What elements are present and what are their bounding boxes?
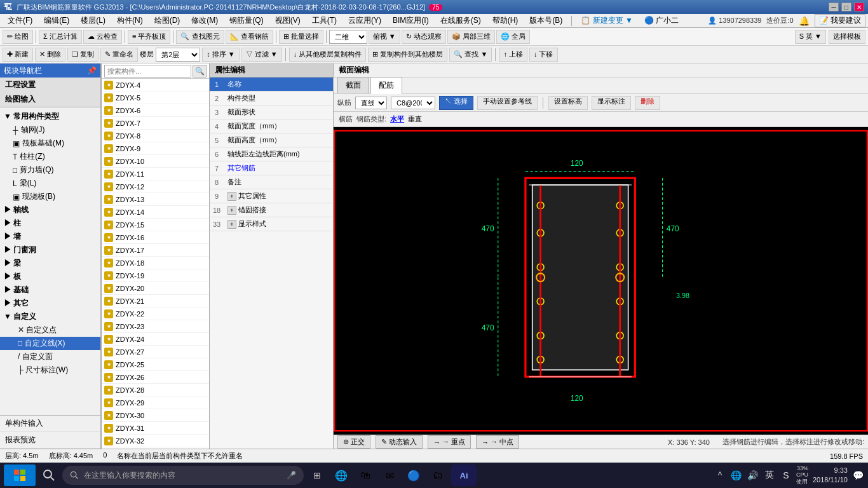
tray-volume[interactable]: 🔊: [747, 469, 759, 482]
taskbar-icon-browser[interactable]: 🌐: [330, 464, 352, 486]
menu-view[interactable]: 视图(V): [270, 14, 306, 27]
btn-down[interactable]: ↓ 下移: [529, 48, 558, 62]
expand-anchor[interactable]: +: [227, 206, 236, 215]
nav-slab[interactable]: ▣ 现浇板(B): [0, 190, 100, 203]
comp-item[interactable]: ★ZDYX-10: [102, 155, 209, 168]
taskbar-search-bar[interactable]: 在这里输入你要搜索的内容 🎤: [62, 466, 304, 485]
hbar-plain[interactable]: 垂直: [408, 114, 422, 124]
menu-edit[interactable]: 编辑(E): [39, 14, 74, 27]
btn-select[interactable]: ↖ 选择: [439, 96, 473, 110]
btn-filter[interactable]: ▽ 过滤 ▼: [241, 48, 282, 62]
vert-spec-select[interactable]: C8@200: [391, 97, 435, 109]
comp-item[interactable]: ★ZDYX-27: [102, 346, 209, 358]
menu-suggest[interactable]: 📝 我要建议: [815, 14, 865, 27]
prop-other-label[interactable]: + 其它属性: [224, 189, 333, 203]
tab-section[interactable]: 截面: [337, 77, 369, 93]
tray-lang[interactable]: 英: [763, 469, 776, 482]
btn-find[interactable]: 🔍 查找 ▼: [449, 48, 492, 62]
prop-anchor-label[interactable]: + 锚固搭接: [224, 203, 333, 217]
btn-cloudcheck[interactable]: ☁ 云检查: [83, 30, 122, 44]
prop-row-shape[interactable]: 3 截面形状: [210, 105, 333, 119]
btn-ortho[interactable]: ⊕ 正交: [337, 435, 370, 449]
start-button[interactable]: [4, 464, 36, 486]
nav-custom-line[interactable]: □ 自定义线(X): [0, 337, 100, 350]
comp-item[interactable]: ★ZDYX-14: [102, 206, 209, 219]
menu-rebar[interactable]: 钢筋量(Q): [224, 14, 268, 27]
taskbar-search-icon[interactable]: [38, 464, 60, 486]
taskbar-icon-mail[interactable]: ✉: [379, 464, 400, 486]
menu-cloud[interactable]: 云应用(Y): [343, 14, 386, 27]
minimize-button[interactable]: ─: [829, 3, 839, 11]
btn-rename[interactable]: ✎ 重命名: [100, 48, 138, 62]
nav-column[interactable]: T 柱柱(Z): [0, 150, 100, 163]
clock[interactable]: 9:33 2018/11/10: [813, 466, 848, 485]
prop-row-other[interactable]: 9 + 其它属性: [210, 189, 333, 203]
comp-item[interactable]: ★ZDYX-13: [102, 193, 209, 206]
prop-row-axisdist[interactable]: 6 轴线距左边线距离(mm): [210, 147, 333, 161]
nav-wall[interactable]: ▶ 墙: [0, 230, 100, 243]
floor-select[interactable]: 第2层 第1层 第3层: [156, 48, 200, 62]
prop-height-label[interactable]: 截面高度（mm）: [224, 133, 333, 147]
nav-foundation[interactable]: ▶ 基础: [0, 283, 100, 297]
btn-aligntop[interactable]: ≡ 平齐板顶: [128, 30, 170, 44]
taskbar-icon-store[interactable]: 🛍: [355, 464, 376, 486]
nav-opening[interactable]: ▶ 门窗洞: [0, 243, 100, 257]
menu-component[interactable]: 构件(N): [112, 14, 148, 27]
prop-style-label[interactable]: + 显示样式: [224, 217, 333, 231]
comp-item[interactable]: ★ZDYX-31: [102, 422, 209, 435]
comp-item[interactable]: ★ZDYX-16: [102, 231, 209, 244]
nav-mat-foundation[interactable]: ▣ 筏板基础(M): [0, 137, 100, 150]
taskbar-icon-app1[interactable]: 🔵: [403, 464, 424, 486]
prop-otherrebar-label[interactable]: 其它钢筋: [224, 161, 333, 175]
hbar-active[interactable]: 水平: [390, 114, 404, 124]
btn-midpoint[interactable]: → → 中点: [476, 435, 519, 449]
comp-item[interactable]: ★ZDYX-18: [102, 257, 209, 269]
btn-endpoint[interactable]: → → 重点: [428, 435, 471, 449]
prop-type-label[interactable]: 构件类型: [224, 92, 333, 105]
menu-newchange[interactable]: 📋 新建变更 ▼: [576, 14, 638, 27]
taskbar-icon-taskview[interactable]: ⊞: [306, 464, 328, 486]
menu-help[interactable]: 帮助(H): [487, 14, 524, 27]
tray-network[interactable]: 🌐: [730, 469, 743, 482]
comp-item[interactable]: ★ZDYX-28: [102, 384, 209, 396]
nav-beams[interactable]: ▶ 梁: [0, 257, 100, 270]
btn-topview[interactable]: 俯视 ▼: [369, 30, 400, 44]
prop-axisdist-label[interactable]: 轴线距左边线距离(mm): [224, 147, 333, 161]
tray-expand[interactable]: ^: [714, 469, 726, 482]
menu-bim[interactable]: BIM应用(I): [388, 14, 434, 27]
btn-local3d[interactable]: 📦 局部三维: [447, 30, 495, 44]
nav-pin-icon[interactable]: 📌: [87, 66, 97, 75]
search-input[interactable]: [104, 65, 191, 78]
btn-delete[interactable]: ✕ 删除: [35, 48, 65, 62]
comp-item[interactable]: ★ZDYX-4: [102, 79, 209, 92]
btn-new[interactable]: ✚ 新建: [3, 48, 33, 62]
comp-item[interactable]: ★ZDYX-6: [102, 104, 209, 117]
btn-copyto[interactable]: ⊞ 复制构件到其他楼层: [368, 48, 447, 62]
vert-type-select[interactable]: 直线 弧线: [355, 97, 387, 109]
nav-common-types[interactable]: ▼ 常用构件类型: [0, 110, 100, 123]
btn-global3d[interactable]: 🌐 全局: [496, 30, 530, 44]
btn-manual[interactable]: 手动设置参考线: [477, 96, 538, 110]
btn-draw[interactable]: ✏ 绘图: [3, 30, 33, 44]
btn-up[interactable]: ↑ 上移: [499, 48, 527, 62]
nav-dim[interactable]: ├ 尺寸标注(W): [0, 363, 100, 377]
btn-calc[interactable]: Σ 汇总计算: [39, 30, 82, 44]
nav-drawing[interactable]: 绘图输入: [0, 92, 100, 107]
prop-width-label[interactable]: 截面宽度（mm）: [224, 119, 333, 133]
nav-custom-point[interactable]: ✕ 自定义点: [0, 323, 100, 337]
nav-beam[interactable]: L 梁(L): [0, 177, 100, 190]
nav-project[interactable]: 工程设置: [0, 78, 100, 92]
comp-item[interactable]: ★ZDYX-33: [102, 447, 209, 449]
btn-del[interactable]: 删除: [635, 96, 660, 110]
nav-axisnet[interactable]: ┼ 轴网(J): [0, 123, 100, 137]
nav-slabs[interactable]: ▶ 板: [0, 270, 100, 283]
btn-dynamic[interactable]: ↻ 动态观察: [402, 30, 446, 44]
nav-col[interactable]: ▶ 柱: [0, 217, 100, 230]
btn-copyfrom[interactable]: ↓ 从其他楼层复制构件: [289, 48, 367, 62]
menu-file[interactable]: 文件(F): [3, 14, 37, 27]
comp-item[interactable]: ★ZDYX-26: [102, 371, 209, 384]
btn-report[interactable]: 报表预览: [0, 432, 100, 449]
bell-icon[interactable]: 🔔: [799, 16, 810, 26]
prop-note-label[interactable]: 备注: [224, 175, 333, 189]
nav-custom-face[interactable]: / 自定义面: [0, 350, 100, 363]
